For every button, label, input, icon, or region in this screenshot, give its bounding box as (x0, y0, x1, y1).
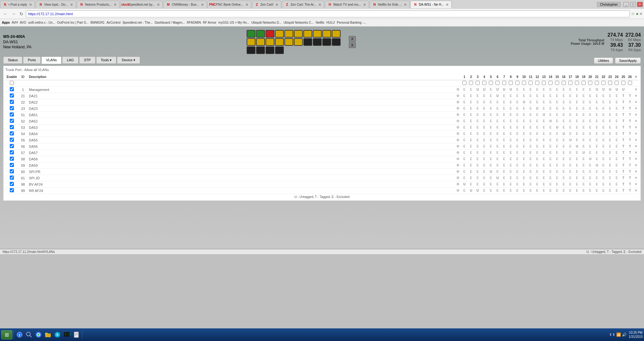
vlan-port-22-16[interactable]: E (560, 99, 567, 105)
nav-tab-stp[interactable]: STP (79, 57, 95, 64)
vlan-port-55-20[interactable]: E (587, 137, 594, 143)
vlan-port-55-5[interactable]: E (488, 137, 494, 143)
vlan-port-57-16[interactable]: E (560, 150, 567, 156)
vlan-port-60-4[interactable]: E (481, 169, 488, 175)
vlan-port-52-21[interactable]: E (594, 118, 600, 124)
browser-tab-9[interactable]: NNetflix for Kids ...✕ (370, 1, 410, 8)
vlan-port-61-2[interactable]: E (468, 175, 474, 181)
vlan-port-22-3[interactable]: E (474, 99, 481, 105)
vlan-port-58-12[interactable]: E (534, 156, 541, 162)
vlan-port-61-23[interactable]: E (607, 175, 613, 181)
vlan-port-52-3[interactable]: E (474, 118, 481, 124)
vlan-port-60-26[interactable]: T (627, 169, 633, 175)
vlan-port-56-7[interactable]: E (501, 143, 507, 150)
vlan-port-52-2[interactable]: E (468, 118, 474, 124)
tab-close-10[interactable]: ✕ (446, 3, 449, 7)
vlan-gear-51[interactable]: ⚙ (455, 112, 461, 118)
vlan-port-56-19[interactable]: E (580, 143, 587, 150)
vlan-port-52-12[interactable]: E (534, 118, 541, 124)
vlan-port-99-21[interactable]: E (594, 188, 600, 194)
vlan-port-60-2[interactable]: E (468, 169, 474, 175)
vlan-port-54-17[interactable]: E (567, 131, 574, 137)
vlan-port-54-9[interactable]: E (514, 131, 521, 137)
vlan-port-58-18[interactable]: E (574, 156, 580, 162)
vlan-port-22-14[interactable]: E (547, 99, 554, 105)
vlan-enable-cb-60[interactable] (10, 169, 14, 173)
trunk-port-checkbox-26[interactable] (627, 80, 633, 87)
vlan-desc-56[interactable]: DA56 (28, 143, 455, 150)
vlan-port-51-6[interactable]: E (494, 112, 501, 118)
vlan-port-51-7[interactable]: E (501, 112, 507, 118)
vlan-port-59-3[interactable]: E (474, 162, 481, 169)
vlan-port-98-21[interactable]: E (594, 181, 600, 188)
vlan-port-57-6[interactable]: E (494, 150, 501, 156)
vlan-port-58-24[interactable]: E (613, 156, 620, 162)
port-icon-1[interactable] (247, 30, 255, 38)
vlan-port-21-18[interactable]: E (574, 93, 580, 99)
vlan-port-53-12[interactable]: E (534, 124, 541, 131)
trunk-port-checkbox-5[interactable] (488, 80, 494, 87)
trunk-port-checkbox-3[interactable] (474, 80, 481, 87)
vlan-port-23-10[interactable]: E (521, 105, 527, 112)
vlan-port-57-26[interactable]: T (627, 150, 633, 156)
vlan-port-51-13[interactable]: U (541, 112, 547, 118)
vlan-port-23-24[interactable]: E (613, 105, 620, 112)
vlan-delete-61[interactable]: ✕ (633, 175, 639, 181)
vlan-port-22-6[interactable]: E (494, 99, 501, 105)
vlan-port-55-21[interactable]: E (594, 137, 600, 143)
vlan-port-59-1[interactable]: E (461, 162, 468, 169)
trunk-enable-checkbox[interactable] (5, 80, 18, 87)
vlan-port-23-18[interactable]: E (574, 105, 580, 112)
vlan-port-54-10[interactable]: E (521, 131, 527, 137)
vlan-port-21-19[interactable]: E (580, 93, 587, 99)
vlan-port-98-1[interactable]: U (461, 181, 468, 188)
vlan-port-99-8[interactable]: E (507, 188, 514, 194)
vlan-port-99-24[interactable]: E (613, 188, 620, 194)
vlan-port-51-10[interactable]: E (521, 112, 527, 118)
vlan-port-58-14[interactable]: E (547, 156, 554, 162)
vlan-delete-23[interactable]: ✕ (633, 105, 639, 112)
vlan-port-1-10[interactable]: E (521, 87, 527, 93)
vlan-port-61-4[interactable]: E (481, 175, 488, 181)
forward-button[interactable]: → (10, 11, 17, 17)
trunk-enable-input[interactable] (10, 81, 14, 85)
vlan-port-99-23[interactable]: E (607, 188, 613, 194)
vlan-port-61-1[interactable]: E (461, 175, 468, 181)
vlan-gear-23[interactable]: ⚙ (455, 105, 461, 112)
bookmark-14[interactable]: Netflix (316, 21, 325, 24)
bookmark-9[interactable]: RFADMIN (187, 21, 201, 24)
vlan-port-21-15[interactable]: E (554, 93, 560, 99)
vlan-port-60-16[interactable]: E (560, 169, 567, 175)
vlan-port-51-11[interactable]: E (527, 112, 534, 118)
port-icon-3[interactable] (266, 30, 274, 38)
vlan-port-99-16[interactable]: E (560, 188, 567, 194)
vlan-port-23-11[interactable]: E (527, 105, 534, 112)
trunk-port-cb-3[interactable] (476, 81, 480, 85)
vlan-port-59-23[interactable]: E (607, 162, 613, 169)
vlan-port-55-4[interactable]: E (481, 137, 488, 143)
vlan-port-56-13[interactable]: E (541, 143, 547, 150)
vlan-desc-58[interactable]: DA58 (28, 156, 455, 162)
vlan-port-23-19[interactable]: E (580, 105, 587, 112)
vlan-port-22-4[interactable]: E (481, 99, 488, 105)
nav-tab-status[interactable]: Status (3, 57, 22, 64)
vlan-port-60-21[interactable]: E (594, 169, 600, 175)
vlan-port-58-13[interactable]: E (541, 156, 547, 162)
vlan-enable-cb-55[interactable] (10, 138, 14, 142)
vlan-port-56-1[interactable]: E (461, 143, 468, 150)
browser-tab-3[interactable]: clockSpeedtest.net by...✕ (120, 1, 163, 8)
vlan-port-21-26[interactable]: T (627, 93, 633, 99)
vlan-gear-52[interactable]: ⚙ (455, 118, 461, 124)
vlan-port-52-11[interactable]: E (527, 118, 534, 124)
port-icon-6[interactable] (294, 30, 303, 38)
vlan-port-99-20[interactable]: E (587, 188, 594, 194)
vlan-desc-52[interactable]: DA52 (28, 118, 455, 124)
port-icon-9[interactable] (322, 30, 331, 38)
vlan-port-55-15[interactable]: E (554, 137, 560, 143)
vlan-port-58-6[interactable]: E (494, 156, 501, 162)
vlan-port-56-6[interactable]: E (494, 143, 501, 150)
vlan-port-59-24[interactable]: E (613, 162, 620, 169)
trunk-port-cb-9[interactable] (515, 81, 519, 85)
vlan-desc-51[interactable]: DA51 (28, 112, 455, 118)
trunk-port-cb-21[interactable] (595, 81, 599, 85)
